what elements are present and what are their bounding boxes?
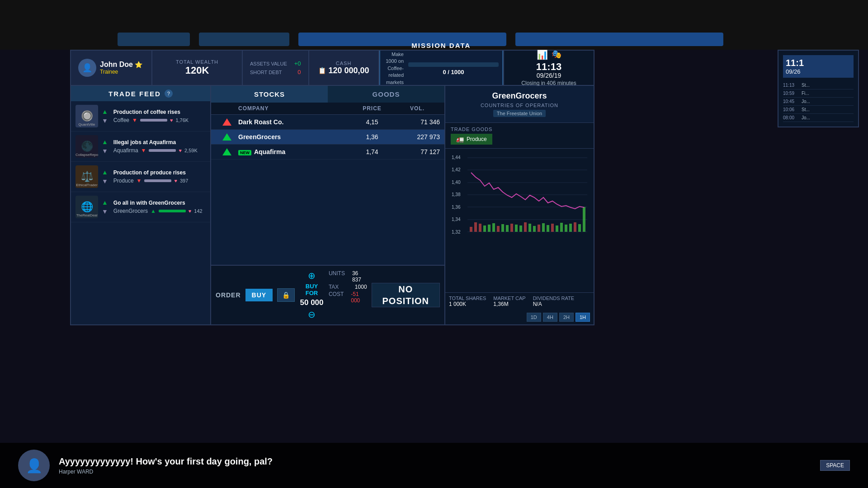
debt-label: SHORT DEBT xyxy=(250,70,282,75)
debt-value: 0 xyxy=(297,69,301,75)
right-feed-item-3: 10:45 Jo... xyxy=(783,98,854,106)
right-clock-time: 11:1 xyxy=(786,58,851,68)
arrow-up-green-icon-2 xyxy=(222,148,231,155)
wealth-label: TOTAL WEALTH xyxy=(161,59,233,65)
ticker-arrow-4: ▲ xyxy=(151,208,156,214)
svg-rect-20 xyxy=(497,226,500,232)
trade-goods-section: TRADE GOODS 🚛 Produce xyxy=(445,123,594,149)
svg-rect-27 xyxy=(528,224,531,232)
order-label: ORDER xyxy=(216,291,241,299)
heart-icon-2: ♥ xyxy=(179,148,182,153)
dialog-text: Ayyyyyyyyyyyyy! How's your first day goi… xyxy=(59,456,811,467)
increase-amount-button[interactable]: ⊕ xyxy=(308,270,316,281)
tf-1d-button[interactable]: 1D xyxy=(527,313,541,322)
decor-bar-1 xyxy=(118,33,190,46)
ticker-arrow-2: ▼ xyxy=(141,147,146,154)
svg-rect-16 xyxy=(479,224,481,232)
trade-content-1: Production of coffee rises Coffee ▼ ♥ 1,… xyxy=(113,109,206,123)
wealth-section: TOTAL WEALTH 120K xyxy=(152,51,243,85)
help-icon[interactable]: ? xyxy=(165,89,173,98)
svg-rect-25 xyxy=(519,225,522,232)
arrow-down-icon: ▼ xyxy=(102,117,108,124)
right-feed-item-5: 08:00 Jo... xyxy=(783,114,854,122)
tf-4h-button[interactable]: 4H xyxy=(543,313,557,322)
ticker-bar-4 xyxy=(159,210,186,212)
stock-name-3: NEWAquafirma xyxy=(238,148,349,155)
decrease-amount-button[interactable]: ⊖ xyxy=(308,309,316,320)
chart-stats: TOTAL SHARES 1 000K MARKET CAP 1,36M DIV… xyxy=(445,292,594,310)
svg-rect-18 xyxy=(488,225,491,232)
clock-closing: Closing in 406 minutes xyxy=(521,80,576,86)
mission-title: MISSION DATA xyxy=(411,42,471,49)
stock-row-1[interactable]: Dark Roast Co. 4,15 71 346 xyxy=(211,115,444,130)
svg-text:1,38: 1,38 xyxy=(452,192,461,197)
heart-icon-3: ♥ xyxy=(174,178,177,183)
star-icon: ⭐ xyxy=(135,61,142,68)
trade-item-4[interactable]: 🌐 TheRealDeal ▲ ▼ Go all in with GreenGr… xyxy=(71,192,210,222)
countries-label: COUNTRIES OF OPERATION xyxy=(451,103,588,108)
buy-for-section: ⊕ BUY FOR 50 000 ⊖ xyxy=(299,270,324,320)
buy-button[interactable]: BUY xyxy=(245,289,273,301)
tab-goods[interactable]: GOODS xyxy=(328,86,444,103)
profile-avatar: 👤 xyxy=(78,59,96,77)
right-clock-date: 09/26 xyxy=(786,68,851,75)
stock-row-3[interactable]: NEWAquafirma 1,74 77 127 xyxy=(211,145,444,160)
stock-vol-3: 77 127 xyxy=(395,148,440,155)
order-main: ⊕ BUY FOR 50 000 ⊖ UNITS 36 837 TAX 1000 xyxy=(299,270,367,320)
no-position-text: NOPOSITION xyxy=(382,283,429,307)
ticker-count-3: 397 xyxy=(180,178,188,183)
wealth-value: 120K xyxy=(161,65,233,76)
trade-ticker-row-1: Coffee ▼ ♥ 1,76K xyxy=(113,117,206,123)
trade-item-2[interactable]: 🌑 CollapseReport ▲ ▼ Illegal jobs at Aqu… xyxy=(71,131,210,162)
svg-rect-30 xyxy=(542,223,545,232)
svg-rect-22 xyxy=(506,225,509,232)
no-position: NOPOSITION xyxy=(372,283,440,307)
produce-badge[interactable]: 🚛 Produce xyxy=(451,134,492,145)
company-header: GreenGrocers COUNTRIES OF OPERATION The … xyxy=(445,86,594,123)
svg-rect-15 xyxy=(474,222,477,232)
top-bar: 👤 John Doe ⭐ Trainee TOTAL WEALTH 120K A… xyxy=(70,50,594,86)
mission-progress-bar xyxy=(408,62,499,67)
trade-feed-title: TRADE FEED xyxy=(108,90,161,98)
stock-row-2[interactable]: GreenGrocers 1,36 227 973 xyxy=(211,130,444,145)
arrow-up-icon-3: ▲ xyxy=(102,169,108,176)
country-badge: The Freestate Union xyxy=(493,110,546,117)
trade-feed-header: TRADE FEED ? xyxy=(71,86,210,101)
clock-time: 11:13 xyxy=(536,62,561,72)
price-chart: 1,44 1,42 1,40 1,38 1,36 1,34 1,32 xyxy=(449,152,590,252)
order-details: UNITS 36 837 TAX 1000 COST -51 000 xyxy=(329,270,367,320)
lock-button[interactable]: 🔒 xyxy=(277,288,295,302)
right-panel: GreenGrocers COUNTRIES OF OPERATION The … xyxy=(444,86,594,324)
clock-section: 📊 🎭 11:13 09/26/19 Closing in 406 minute… xyxy=(503,51,594,85)
company-name: GreenGrocers xyxy=(451,91,588,101)
tf-2h-button[interactable]: 2H xyxy=(559,313,574,322)
mission-progress-text: 0 / 1000 xyxy=(443,69,464,75)
space-button[interactable]: SPACE xyxy=(820,460,850,471)
mask-icon: 🎭 xyxy=(552,49,561,60)
chart-timeframes: 1D 4H 2H 1H xyxy=(445,310,594,324)
svg-text:1,40: 1,40 xyxy=(452,180,461,185)
profile-info: John Doe ⭐ Trainee xyxy=(100,61,142,75)
total-shares-label: TOTAL SHARES xyxy=(449,296,486,301)
svg-rect-36 xyxy=(569,224,572,232)
svg-rect-24 xyxy=(515,225,518,232)
tab-stocks[interactable]: STOCKS xyxy=(211,86,328,103)
clock-date: 09/26/19 xyxy=(537,72,561,79)
ticker-name-4: GreenGrocers xyxy=(113,208,148,214)
svg-text:1,32: 1,32 xyxy=(452,230,461,235)
trade-item-3[interactable]: ⚖️ EthicalTrader ▲ ▼ Production of produ… xyxy=(71,162,210,192)
tf-1h-button[interactable]: 1H xyxy=(576,313,590,322)
svg-rect-26 xyxy=(524,222,527,232)
trade-item-1[interactable]: 🔘 QuantVille ▲ ▼ Production of coffee ri… xyxy=(71,101,210,131)
dividends-label: DIVIDENDS RATE xyxy=(533,296,574,301)
trade-avatar-2: 🌑 CollapseReport xyxy=(75,135,98,158)
svg-rect-23 xyxy=(510,224,513,232)
svg-text:1,34: 1,34 xyxy=(452,217,461,222)
dividends-value: N/A xyxy=(533,301,574,307)
svg-rect-19 xyxy=(492,223,495,232)
total-shares-stat: TOTAL SHARES 1 000K xyxy=(449,296,486,307)
decor-bar-2 xyxy=(199,33,289,46)
svg-rect-14 xyxy=(470,227,472,232)
decor-bar-4 xyxy=(515,33,723,46)
trade-arrows-2: ▲ ▼ xyxy=(102,138,108,155)
